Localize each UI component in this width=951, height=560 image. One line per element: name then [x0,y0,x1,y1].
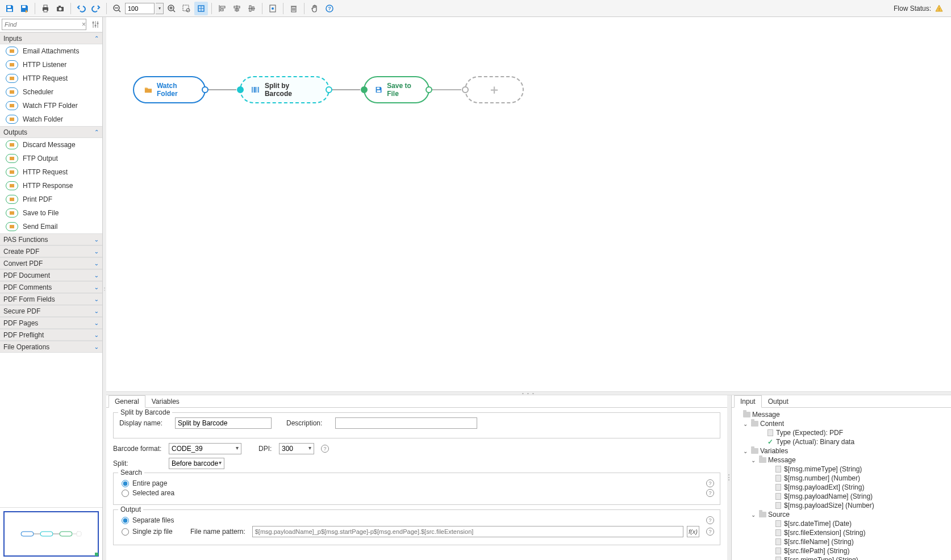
palette-item[interactable]: HTTP Listener [0,58,102,72]
vertical-splitter-2[interactable]: • • • [727,395,731,560]
palette-item[interactable]: HTTP Request [0,165,102,179]
tab-variables[interactable]: Variables [145,395,186,408]
tab-input[interactable]: Input [734,395,762,408]
palette-item[interactable]: Send Email [0,220,102,233]
display-name-input[interactable] [175,417,272,429]
tab-general[interactable]: General [109,395,145,408]
search-entire-radio[interactable] [122,480,129,487]
input-port[interactable] [237,86,244,93]
tree-leaf[interactable]: $[src.filePath] (String) [734,546,949,555]
tab-output[interactable]: Output [762,395,795,408]
node-watch-folder[interactable]: Watch Folder [133,76,206,103]
palette-item[interactable]: HTTP Response [0,179,102,193]
fit-page-icon[interactable] [194,2,208,15]
print-icon[interactable] [39,2,52,15]
tree-leaf[interactable]: $[msg.number] (Number) [734,474,949,483]
zoom-dropdown-icon[interactable]: ▾ [156,3,164,14]
twisty-icon[interactable]: ⌄ [750,457,757,463]
twisty-icon[interactable]: ⌄ [750,512,757,518]
category-collapsed[interactable]: Create PDF⌃ [0,245,102,257]
palette-item[interactable]: Print PDF [0,193,102,206]
dpi-select[interactable] [279,443,314,454]
tree-message-vars[interactable]: ⌄Message [734,455,949,465]
category-collapsed[interactable]: PDF Form Fields⌃ [0,293,102,305]
output-zip-radio[interactable] [122,528,129,536]
align-v-icon[interactable] [245,2,258,15]
tree-leaf[interactable]: $[src.fileExtension] (String) [734,528,949,537]
hand-icon[interactable] [308,2,322,15]
input-port[interactable] [462,86,469,93]
category-collapsed[interactable]: PAS Functions⌃ [0,233,102,245]
find-settings-icon[interactable] [90,19,101,30]
node-split-barcode[interactable]: Split by Barcode [240,76,329,103]
tree-leaf[interactable]: $[src.dateTime] (Date) [734,519,949,528]
tree-source[interactable]: ⌄Source [734,510,949,519]
tree-leaf[interactable]: $[src.fileName] (String) [734,537,949,546]
output-separate-radio[interactable] [122,517,129,524]
help-icon[interactable]: ? [321,445,329,453]
delete-icon[interactable] [287,2,301,15]
toggle-icon[interactable] [266,2,280,15]
zoom-selection-icon[interactable] [180,2,193,15]
tree-leaf[interactable]: ✓Type (Actual): Binary data [734,437,949,446]
overview-thumbnail[interactable] [3,511,99,557]
help-icon[interactable]: ? [706,479,714,487]
tree-leaf[interactable]: $[msg.payloadName] (String) [734,492,949,501]
category-collapsed[interactable]: Convert PDF⌃ [0,257,102,269]
category-collapsed[interactable]: PDF Document⌃ [0,269,102,281]
tree-variables[interactable]: ⌄Variables [734,446,949,455]
category-collapsed[interactable]: PDF Preflight⌃ [0,329,102,341]
palette-item[interactable]: HTTP Request [0,72,102,85]
palette-item[interactable]: Email Attachments [0,44,102,58]
redo-icon[interactable] [89,2,103,15]
fx-button[interactable]: f(x) [687,526,699,537]
help-icon[interactable]: ? [706,528,714,536]
save-as-icon[interactable] [18,2,31,15]
twisty-icon[interactable]: ⌄ [742,448,749,454]
description-input[interactable] [335,417,477,429]
category-collapsed[interactable]: File Operations⌃ [0,341,102,353]
split-mode-select[interactable] [169,458,224,469]
help-icon[interactable]: ? [706,516,714,524]
output-port[interactable] [326,86,332,93]
tree-leaf[interactable]: $[msg.mimeType] (String) [734,465,949,474]
align-h-icon[interactable] [230,2,244,15]
twisty-icon[interactable]: ⌄ [742,421,749,427]
tree-leaf[interactable]: $[msg.payloadExt] (String) [734,483,949,492]
tree-leaf[interactable]: $[src.mimeType] (String) [734,555,949,560]
zoom-out-icon[interactable] [110,2,124,15]
output-port[interactable] [426,86,432,93]
filename-pattern-input[interactable] [252,526,683,537]
tree-message[interactable]: Message [734,410,949,419]
flow-canvas[interactable]: Watch Folder Split by Barcode Save to Fi… [106,17,951,391]
output-port[interactable] [202,86,208,93]
horizontal-splitter[interactable]: • • • [106,391,951,395]
palette-item[interactable]: Save to File [0,206,102,220]
tree-content[interactable]: ⌄Content [734,419,949,428]
palette-item[interactable]: Scheduler [0,85,102,99]
input-port[interactable] [361,86,368,93]
category-collapsed[interactable]: Secure PDF⌃ [0,305,102,317]
palette-item[interactable]: Discard Message [0,138,102,152]
category-collapsed[interactable]: PDF Pages⌃ [0,317,102,329]
category-inputs[interactable]: Inputs ⌃ [0,32,102,44]
help-icon[interactable]: ? [323,2,336,15]
tree-leaf[interactable]: Type (Expected): PDF [734,428,949,437]
node-placeholder[interactable]: ＋ [465,76,524,103]
palette-item[interactable]: FTP Output [0,152,102,165]
undo-icon[interactable] [74,2,88,15]
align-left-icon[interactable] [215,2,229,15]
zoom-input[interactable] [125,3,155,14]
palette-item[interactable]: Watch Folder [0,112,102,126]
help-icon[interactable]: ? [706,489,714,497]
screenshot-icon[interactable] [53,2,67,15]
find-input[interactable] [2,19,86,30]
palette-item[interactable]: Watch FTP Folder [0,99,102,112]
tree-leaf[interactable]: $[msg.payloadSize] (Number) [734,501,949,510]
node-save-file[interactable]: Save to File [364,76,429,103]
zoom-in-icon[interactable] [165,2,178,15]
search-area-radio[interactable] [122,490,129,497]
barcode-format-select[interactable] [169,443,241,454]
category-collapsed[interactable]: PDF Comments⌃ [0,281,102,293]
save-icon[interactable] [3,2,16,15]
